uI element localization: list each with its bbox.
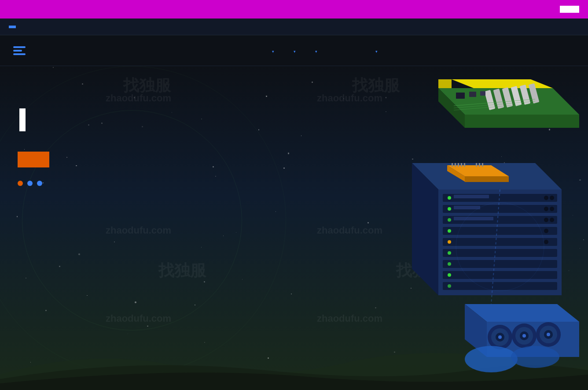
order-now-button[interactable]: [560, 6, 579, 13]
nav-item-affiliates[interactable]: [346, 40, 366, 61]
svg-point-45: [544, 218, 548, 222]
svg-marker-4: [438, 79, 452, 88]
nav-item-colocation[interactable]: [327, 40, 346, 61]
nav-item-home[interactable]: [243, 40, 262, 61]
svg-point-41: [544, 196, 548, 200]
nav-links: ▾ ▾ ▾ ▾: [55, 37, 575, 64]
svg-point-48: [544, 240, 548, 244]
svg-rect-25: [443, 249, 557, 257]
see-dedicated-button[interactable]: [18, 152, 49, 167]
svg-rect-58: [479, 163, 480, 167]
svg-rect-28: [443, 282, 557, 290]
svg-rect-27: [443, 271, 557, 279]
svg-point-44: [550, 207, 554, 211]
svg-rect-53: [455, 163, 456, 167]
svg-rect-39: [454, 206, 480, 209]
dot-3[interactable]: [37, 181, 42, 186]
svg-point-47: [544, 229, 548, 233]
discount-badge: [9, 26, 16, 28]
logo[interactable]: [13, 46, 29, 55]
watermark-3: zhaodufu.com: [106, 225, 171, 236]
svg-point-30: [448, 207, 451, 211]
nav-item-dedicated[interactable]: ▾: [305, 37, 327, 64]
svg-rect-56: [464, 163, 465, 167]
svg-rect-11: [456, 93, 465, 99]
svg-point-32: [448, 229, 451, 233]
watermark-cn-3: 找独服: [158, 260, 206, 282]
datacenters-chevron-icon: ▾: [375, 49, 378, 54]
svg-point-34: [448, 251, 451, 255]
logo-bar-2: [13, 50, 22, 52]
svg-point-42: [550, 196, 554, 200]
svg-rect-13: [480, 91, 485, 96]
logo-icon: [13, 46, 26, 55]
svg-point-66: [498, 335, 502, 339]
nav-item-hosting[interactable]: ▾: [262, 37, 284, 64]
promo-bar: [0, 0, 588, 19]
dedicated-chevron-icon: ▾: [315, 49, 317, 54]
dot-2[interactable]: [27, 181, 33, 186]
svg-rect-55: [461, 163, 462, 167]
svg-point-74: [547, 333, 550, 336]
navigation: ▾ ▾ ▾ ▾: [0, 35, 588, 66]
logo-bar-1: [13, 46, 26, 48]
watermark-5: zhaodufu.com: [106, 313, 171, 324]
svg-rect-54: [458, 163, 459, 167]
svg-rect-57: [476, 163, 477, 167]
svg-marker-51: [465, 176, 509, 182]
svg-rect-59: [482, 163, 483, 167]
svg-rect-52: [452, 163, 453, 167]
dot-1[interactable]: [18, 181, 23, 186]
svg-point-35: [448, 262, 451, 266]
nav-item-datacenters[interactable]: ▾: [366, 37, 387, 64]
svg-point-76: [511, 346, 559, 368]
cursor-blink: [19, 108, 26, 131]
svg-point-43: [544, 207, 548, 211]
svg-marker-3: [452, 79, 553, 88]
watermark-1: zhaodufu.com: [106, 93, 171, 104]
discount-bar: [0, 19, 588, 35]
svg-rect-38: [454, 195, 489, 198]
svg-point-37: [448, 284, 451, 288]
vps-chevron-icon: ▾: [294, 49, 296, 54]
svg-rect-26: [443, 260, 557, 268]
svg-point-75: [465, 346, 518, 372]
watermark-cn-1: 找独服: [123, 75, 171, 97]
svg-rect-40: [454, 217, 493, 220]
svg-point-29: [448, 196, 451, 200]
svg-point-33: [448, 240, 451, 244]
svg-marker-2: [465, 115, 579, 128]
svg-point-46: [550, 218, 554, 222]
logo-bar-3: [13, 53, 26, 55]
svg-point-31: [448, 218, 451, 222]
svg-rect-12: [469, 92, 476, 97]
server-illustration: [368, 75, 588, 390]
svg-point-36: [448, 273, 451, 277]
svg-point-70: [522, 334, 526, 338]
hero-section: // Generate stars inline const starsDiv …: [0, 66, 588, 390]
hosting-chevron-icon: ▾: [272, 49, 274, 54]
nav-item-vps[interactable]: ▾: [284, 37, 305, 64]
svg-rect-24: [443, 238, 557, 246]
